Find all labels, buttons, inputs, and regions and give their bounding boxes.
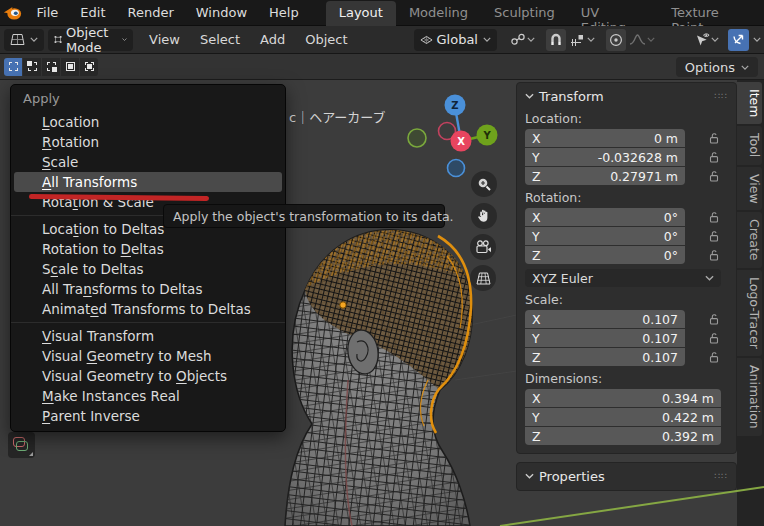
- location-y-field[interactable]: Y-0.032628 m: [525, 148, 685, 166]
- orientation-dropdown[interactable]: Global: [414, 29, 497, 51]
- menu-file[interactable]: File: [26, 0, 70, 26]
- sidebar-tab-item[interactable]: Item: [737, 82, 762, 124]
- sidebar-tab-logo-tracer[interactable]: Logo-Tracer: [737, 270, 762, 356]
- select-mode-invert[interactable]: [61, 58, 79, 76]
- menu-item-location[interactable]: Location: [14, 112, 282, 132]
- gizmo-settings-dropdown[interactable]: [749, 29, 764, 51]
- location-z-field[interactable]: Z0.27971 m: [525, 167, 685, 185]
- lock-icon-rotation-x[interactable]: [707, 208, 721, 226]
- rotation-z-field[interactable]: Z0°: [525, 246, 685, 264]
- rotation-label: Rotation:: [525, 190, 728, 205]
- topbar-menus: FileEditRenderWindowHelp: [26, 0, 310, 26]
- lock-icon-scale-y[interactable]: [707, 329, 721, 347]
- dimensions-y-field[interactable]: Y0.422 m: [525, 408, 721, 426]
- dimensions-z-field[interactable]: Z0.392 m: [525, 427, 721, 445]
- snap-settings-dropdown[interactable]: [566, 29, 598, 51]
- pan-button[interactable]: [471, 203, 497, 229]
- perspective-toggle-button[interactable]: [470, 265, 496, 291]
- rotation-y-field[interactable]: Y0°: [525, 227, 685, 245]
- toolbar-tool-button[interactable]: [8, 432, 35, 458]
- lock-icon-rotation-y[interactable]: [707, 227, 721, 245]
- options-button[interactable]: Options: [676, 57, 758, 77]
- menu-item-animated-transforms-to-deltas[interactable]: Animated Transforms to Deltas: [14, 299, 282, 319]
- lock-icon-location-x[interactable]: [707, 129, 721, 147]
- menu-item-all-transforms[interactable]: All Transforms: [14, 172, 282, 192]
- object-visibility-dropdown[interactable]: [692, 29, 722, 51]
- menu-item-visual-geometry-to-objects[interactable]: Visual Geometry to Objects: [14, 366, 282, 386]
- camera-view-button[interactable]: [470, 234, 496, 260]
- viewport-menu-add[interactable]: Add: [250, 32, 295, 47]
- collapse-chevron-icon[interactable]: [525, 473, 534, 479]
- scale-section: Scale:X0.107Y0.107Z0.107: [525, 292, 728, 366]
- viewport-menu-view[interactable]: View: [139, 32, 190, 47]
- chevron-down-icon: [587, 37, 595, 42]
- proportional-editing-toggle[interactable]: [606, 29, 626, 51]
- viewport-menu-object[interactable]: Object: [295, 32, 357, 47]
- hand-icon: [477, 209, 491, 223]
- svg-text:X: X: [457, 136, 465, 147]
- snap-toggle[interactable]: [546, 29, 566, 51]
- mode-dropdown[interactable]: Object Mode: [48, 29, 133, 51]
- blender-window: c｜ヘアーカーブ Z Y X: [0, 0, 764, 526]
- scale-x-field[interactable]: X0.107: [525, 310, 685, 328]
- menu-item-make-instances-real[interactable]: Make Instances Real: [14, 386, 282, 406]
- workspace-tab-sculpting[interactable]: Sculpting: [481, 1, 568, 26]
- menu-item-rotation[interactable]: Rotation: [14, 132, 282, 152]
- workspace-tab-layout[interactable]: Layout: [326, 1, 396, 26]
- pivot-point-dropdown[interactable]: [507, 29, 538, 51]
- menu-help[interactable]: Help: [258, 0, 310, 26]
- rotation-x-field[interactable]: X0°: [525, 208, 685, 226]
- select-mode-subtract[interactable]: [42, 58, 60, 76]
- viewport-object-name: c｜ヘアーカーブ: [289, 107, 386, 126]
- show-gizmo-toggle[interactable]: [728, 29, 749, 51]
- dimensions-x-field[interactable]: X0.394 m: [525, 389, 721, 407]
- chevron-down-icon: [711, 37, 719, 42]
- chevron-down-icon: [30, 37, 38, 42]
- lock-icon-location-z[interactable]: [707, 167, 721, 185]
- menu-edit[interactable]: Edit: [69, 0, 116, 26]
- sidebar-tab-create[interactable]: Create: [737, 212, 762, 268]
- menu-item-visual-transform[interactable]: Visual Transform: [14, 326, 282, 346]
- lock-icon-scale-z[interactable]: [707, 348, 721, 366]
- menu-item-all-transforms-to-deltas[interactable]: All Transforms to Deltas: [14, 279, 282, 299]
- navigation-gizmo[interactable]: Z Y X: [400, 88, 510, 178]
- blender-logo-icon[interactable]: [0, 5, 26, 21]
- lock-icon-scale-x[interactable]: [707, 310, 721, 328]
- scale-y-field[interactable]: Y0.107: [525, 329, 685, 347]
- chevron-down-icon: [527, 37, 535, 42]
- menu-item-rotation-to-deltas[interactable]: Rotation to Deltas: [14, 239, 282, 259]
- sidebar: Transform ∷∷ Location:X0 mY-0.032628 mZ0…: [516, 82, 737, 491]
- lock-icon-rotation-z[interactable]: [707, 246, 721, 264]
- falloff-dropdown[interactable]: [626, 29, 658, 51]
- scale-z-field[interactable]: Z0.107: [525, 348, 685, 366]
- rotation-mode-dropdown[interactable]: XYZ Euler: [525, 269, 721, 287]
- panel-grip-icon[interactable]: ∷∷: [715, 471, 728, 481]
- menu-window[interactable]: Window: [185, 0, 258, 26]
- menu-render[interactable]: Render: [117, 0, 185, 26]
- panel-grip-icon[interactable]: ∷∷: [715, 91, 728, 101]
- editor-type-button[interactable]: [4, 29, 44, 51]
- viewport-editor-icon: [10, 33, 25, 46]
- sidebar-tab-view[interactable]: View: [737, 167, 762, 211]
- menu-item-scale[interactable]: Scale: [14, 152, 282, 172]
- transform-panel-title: Transform: [539, 89, 604, 104]
- select-mode-intersect[interactable]: [80, 58, 98, 76]
- menu-item-scale-to-deltas[interactable]: Scale to Deltas: [14, 259, 282, 279]
- location-x-field[interactable]: X0 m: [525, 129, 685, 147]
- menu-item-visual-geometry-to-mesh[interactable]: Visual Geometry to Mesh: [14, 346, 282, 366]
- workspace-tab-uv-editing[interactable]: UV Editing: [568, 1, 658, 26]
- sidebar-tab-tool[interactable]: Tool: [737, 126, 762, 164]
- chevron-down-icon: [753, 37, 761, 42]
- viewport-menu-select[interactable]: Select: [190, 32, 250, 47]
- orientation-label: Global: [437, 32, 478, 47]
- select-mode-extend[interactable]: [23, 58, 41, 76]
- workspace-tab-texture-paint[interactable]: Texture Paint: [658, 1, 764, 26]
- menu-item-parent-inverse[interactable]: Parent Inverse: [14, 406, 282, 426]
- workspace-tab-modeling[interactable]: Modeling: [396, 1, 481, 26]
- sidebar-tab-animation[interactable]: Animation: [737, 358, 762, 436]
- svg-text:Z: Z: [451, 100, 458, 111]
- collapse-chevron-icon[interactable]: [525, 93, 534, 99]
- select-mode-set[interactable]: [4, 58, 22, 76]
- lock-icon-location-y[interactable]: [707, 148, 721, 166]
- zoom-button[interactable]: [471, 171, 497, 197]
